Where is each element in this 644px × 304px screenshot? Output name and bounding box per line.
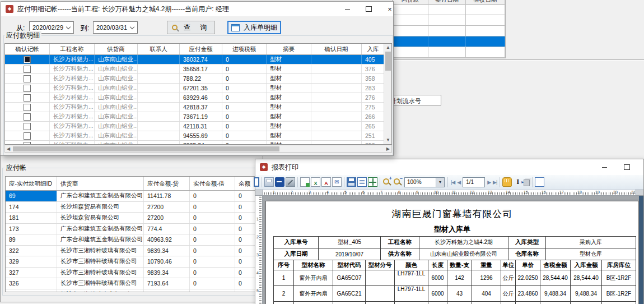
export-doc-icon[interactable] xyxy=(300,177,310,187)
confirm-cell[interactable] xyxy=(5,112,50,121)
zoom-select[interactable]: 100%▾ xyxy=(404,177,445,187)
table-row[interactable]: 长沙万科魅力...山东南山铝业...94555.690型材251 xyxy=(5,131,385,141)
export-excel-icon[interactable] xyxy=(311,177,320,187)
close-preview-icon[interactable] xyxy=(535,177,544,187)
table-row[interactable]: 329长沙市三湘特种玻璃有限公司10790.4600 xyxy=(6,256,268,268)
properties-icon[interactable] xyxy=(254,177,259,187)
table-row[interactable]: 326长沙市三湘特种玻璃有限公司7193.6400 xyxy=(6,278,268,289)
maximize-button[interactable] xyxy=(618,159,635,175)
zoom-out-icon[interactable]: − xyxy=(393,177,403,187)
export-pdf-icon[interactable] xyxy=(321,177,331,187)
table-row[interactable]: 长沙万科魅力...山东南山铝业...42118.310型材265 xyxy=(5,122,385,131)
print-icon[interactable] xyxy=(264,177,274,187)
scroll-left-icon[interactable]: ◀ xyxy=(7,147,10,151)
confirm-checkbox[interactable] xyxy=(24,75,31,82)
confirm-cell[interactable] xyxy=(5,74,50,83)
nav-first-icon[interactable]: |◀ xyxy=(451,179,455,185)
scroll-down-icon[interactable]: ▼ xyxy=(386,138,390,142)
table-row[interactable]: 长沙万科魅力...山东南山铝业...38032.740型材405 xyxy=(5,55,385,65)
confirm-checkbox[interactable] xyxy=(24,123,31,130)
column-header[interactable]: 供货商 xyxy=(57,177,144,190)
copy-icon[interactable] xyxy=(524,179,530,186)
column-header[interactable]: 确认日期 xyxy=(311,44,362,54)
column-header[interactable]: 签订日期 xyxy=(428,0,466,4)
column-header[interactable]: 摘要 xyxy=(267,44,311,54)
confirm-cell[interactable] xyxy=(5,65,50,73)
confirm-cell[interactable] xyxy=(5,131,50,140)
nav-next-icon[interactable]: ▶ xyxy=(487,179,491,185)
id-cell[interactable]: 322 xyxy=(6,246,57,256)
export-grid-icon[interactable] xyxy=(368,177,377,187)
id-cell[interactable]: 327 xyxy=(6,268,57,278)
confirm-checkbox[interactable] xyxy=(24,142,31,145)
inbound-detail-button[interactable]: 入库单明细 xyxy=(227,21,281,34)
confirm-checkbox[interactable] xyxy=(24,85,31,92)
id-cell[interactable]: 174 xyxy=(6,202,57,213)
column-header[interactable]: 进项税额 xyxy=(222,44,267,54)
confirm-cell[interactable] xyxy=(5,84,50,93)
column-header[interactable]: 入库 xyxy=(362,44,385,54)
nav-last-icon[interactable]: ▶| xyxy=(493,179,497,185)
book-icon[interactable] xyxy=(275,177,284,187)
maximize-button[interactable] xyxy=(360,2,377,16)
column-header[interactable]: 应-实付款明细ID xyxy=(6,177,57,190)
page-number-input[interactable]: 1/1 xyxy=(463,177,485,187)
table-row[interactable]: 89广东合和建筑五金制品有限公司40963.9200 xyxy=(6,234,268,246)
column-header[interactable]: 确认记帐 xyxy=(5,44,50,54)
table-row[interactable]: 173广东合和建筑五金制品有限公司774.400 xyxy=(6,224,268,235)
confirm-checkbox[interactable] xyxy=(24,94,31,102)
confirm-cell[interactable] xyxy=(5,93,50,102)
save-icon[interactable] xyxy=(347,177,356,187)
nav-prev-icon[interactable]: ◀ xyxy=(457,179,460,185)
id-cell[interactable]: 326 xyxy=(6,278,57,289)
id-cell[interactable]: 181 xyxy=(6,213,57,223)
confirm-cell[interactable] xyxy=(5,103,50,112)
close-button[interactable]: × xyxy=(381,2,398,16)
text-select-icon[interactable]: I xyxy=(513,177,522,187)
id-cell[interactable]: 89 xyxy=(6,234,57,245)
hand-icon[interactable] xyxy=(502,177,512,187)
confirm-checkbox[interactable] xyxy=(24,56,31,63)
table-row[interactable]: 长沙万科魅力...山东南山铝业...3895.840型材250 xyxy=(5,141,385,144)
id-cell[interactable]: 173 xyxy=(6,224,57,234)
table-row[interactable] xyxy=(393,26,505,36)
id-cell[interactable] xyxy=(6,289,57,292)
tools-icon[interactable] xyxy=(286,177,295,187)
table-row[interactable]: 322长沙市三湘特种玻璃有限公司9839.3400 xyxy=(6,246,268,257)
column-header[interactable]: 工程名称 xyxy=(50,44,95,54)
id-cell[interactable]: 329 xyxy=(6,256,57,267)
table-row[interactable]: 327长沙市三湘特种玻璃有限公司9839.3400 xyxy=(6,268,268,279)
table-row[interactable]: 长沙万科魅力...山东南山铝业...35658.170型材376 xyxy=(5,65,385,74)
minimize-button[interactable] xyxy=(339,2,356,16)
confirm-checkbox[interactable] xyxy=(24,104,31,111)
table-row[interactable] xyxy=(393,15,505,26)
column-header[interactable]: 供货商 xyxy=(95,44,138,54)
document-icon[interactable] xyxy=(357,177,367,187)
confirm-cell[interactable] xyxy=(5,141,50,144)
table-row[interactable]: 181长沙坦森贸易有限公司2720000 xyxy=(6,213,268,224)
scroll-right-icon[interactable]: ▶ xyxy=(386,147,390,151)
horizontal-scrollbar[interactable]: ◀ ▶ xyxy=(4,145,392,153)
to-date-select[interactable]: 2020/03/31 xyxy=(93,21,138,34)
table-row[interactable] xyxy=(393,36,505,47)
table-row[interactable] xyxy=(393,47,505,58)
table-row[interactable]: 长沙市三湘特种玻璃有限公司 xyxy=(6,289,268,292)
chevron-down-icon[interactable]: ▾ xyxy=(436,178,444,187)
vertical-scrollbar[interactable]: ▲ ▼ xyxy=(384,44,391,144)
table-row[interactable]: 长沙万科魅力...山东南山铝业...63929.460型材276 xyxy=(5,93,385,103)
column-header[interactable]: 应付金额-贷 xyxy=(144,177,190,190)
table-row[interactable]: 长沙万科魅力...山东南山铝业...42818.370型材275 xyxy=(5,103,385,112)
table-row[interactable]: 长沙万科魅力...山东南山铝业...67201.350型材283 xyxy=(5,84,385,93)
confirm-checkbox[interactable] xyxy=(24,132,31,140)
table-row[interactable]: 174长沙坦森贸易有限公司2720000 xyxy=(6,202,268,213)
confirm-checkbox[interactable] xyxy=(24,113,31,121)
confirm-cell[interactable] xyxy=(5,55,50,64)
close-button[interactable]: × xyxy=(640,159,644,175)
query-button[interactable]: 查 询 xyxy=(167,21,215,34)
table-row[interactable]: 69广东合和建筑五金制品有限公司11411.7800 xyxy=(6,191,268,202)
zoom-in-icon[interactable]: + xyxy=(382,177,392,187)
confirm-cell[interactable] xyxy=(5,122,50,131)
table-row[interactable]: 长沙万科魅力...山东南山铝业...788.220型材358 xyxy=(5,74,385,84)
preview-scrollbar[interactable] xyxy=(639,196,643,304)
id-cell[interactable]: 69 xyxy=(6,191,57,201)
